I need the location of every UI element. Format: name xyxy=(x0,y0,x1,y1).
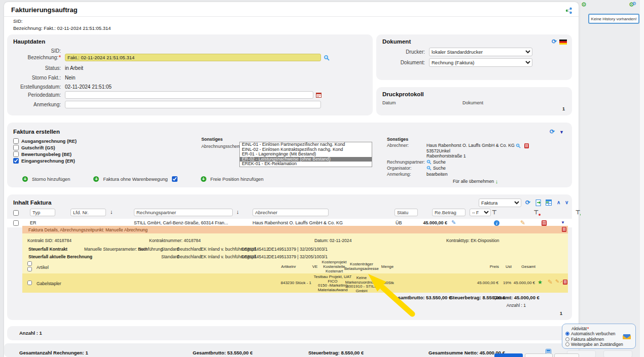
checkbox-ausgangsrechnung[interactable] xyxy=(13,138,19,144)
plus-icon[interactable]: + xyxy=(201,176,206,182)
delete-icon[interactable] xyxy=(562,227,566,232)
checkbox-gutschrift[interactable] xyxy=(13,145,19,150)
primary-action-button[interactable] xyxy=(494,353,523,357)
freie-position-action[interactable]: Freie Position hinzufügen xyxy=(210,177,264,182)
artikel-select-checkbox[interactable] xyxy=(27,267,32,271)
abrechnungsschema-listbox[interactable]: EINL-01 - Einlösen Partnerspezifischer n… xyxy=(239,142,372,167)
periodedatum-input[interactable] xyxy=(65,91,313,99)
col-artikel: Artikel xyxy=(37,265,49,270)
arrow-down-icon[interactable]: ↓ xyxy=(495,179,498,184)
filter-lfd-input[interactable] xyxy=(70,209,106,216)
share-icon[interactable] xyxy=(565,7,573,15)
refresh-icon[interactable]: ⟳ xyxy=(552,38,557,45)
filter-typ-input[interactable] xyxy=(30,209,55,216)
inhalt-page[interactable]: 1 xyxy=(560,311,562,316)
refresh-icon[interactable]: ⟳ xyxy=(550,129,555,135)
edit-amount-icon[interactable]: ✎ xyxy=(451,220,456,225)
dokument-select[interactable]: Rechnung (Faktura) xyxy=(429,58,532,67)
search-icon[interactable] xyxy=(324,55,330,61)
refresh-icon[interactable]: ⟳ xyxy=(525,200,530,206)
druckprotokoll-title: Druckprotokoll xyxy=(382,91,424,97)
chevron-down-icon[interactable]: ▼ xyxy=(559,130,564,135)
filter-icon[interactable]: ⊤ xyxy=(492,209,497,215)
secondary-action-button[interactable] xyxy=(525,353,553,357)
calendar-icon[interactable] xyxy=(316,92,321,98)
filter-abrechner-input[interactable] xyxy=(253,209,329,216)
radio-automatisch-verbuchen[interactable] xyxy=(565,332,569,336)
row-checkbox[interactable] xyxy=(13,220,19,226)
druckprotokoll-page[interactable]: 1 xyxy=(562,106,565,111)
table-icon[interactable] xyxy=(546,200,552,206)
detail-anzahl: Anzahl : 1 xyxy=(479,303,526,308)
steuer-standard: Standard xyxy=(161,247,179,252)
filter-add-icon[interactable]: ⊤ xyxy=(576,209,581,215)
steuer-ustid2: DE149513379 | 32/205/1003/1 xyxy=(268,247,328,252)
abrechnungsschema-label: Abrechnungsschema: xyxy=(201,144,244,149)
footer-steuer: Steuerbetrag: 8.550,00 € xyxy=(308,350,364,355)
delete-icon[interactable] xyxy=(542,220,547,226)
faktura-ohne-warenbewegung-action[interactable]: Faktura ohne Warenbewegung xyxy=(103,177,167,182)
ohne-warenbewegung-checkbox[interactable] xyxy=(172,176,177,182)
export-icon[interactable] xyxy=(535,200,542,206)
checkbox-eingangsrechnung[interactable] xyxy=(13,158,19,164)
anmerkung-bearbeiten-link[interactable]: bearbeiten xyxy=(426,172,448,177)
sort-icon[interactable]: ↓ xyxy=(236,209,239,215)
gear-icon[interactable]: ⚙ xyxy=(581,1,587,8)
storno-label: Storno Fakt.: xyxy=(7,75,61,81)
search-icon[interactable] xyxy=(516,143,521,148)
periodedatum-label: Periodedatum: xyxy=(7,92,61,98)
steuer-land: Deutschland xyxy=(177,254,201,259)
expand-row-icon[interactable]: ▼ xyxy=(561,221,565,225)
filter-rechnungspartner-input[interactable] xyxy=(134,209,233,216)
filter-f-select[interactable]: -- F xyxy=(470,209,491,216)
steuer-ustid1: DE811145412 xyxy=(241,247,269,252)
filter-betrag-input[interactable] xyxy=(432,209,466,216)
sort-icon[interactable]: ↓ xyxy=(110,209,113,215)
steuer-land: Deutschland xyxy=(177,247,201,252)
german-flag-icon[interactable] xyxy=(559,39,567,46)
info-icon[interactable]: i xyxy=(494,220,499,226)
steuerfall-berechnung-label: Steuerfall aktuelle Berechnung xyxy=(28,254,92,259)
radio-faktura-ablehnen[interactable] xyxy=(565,337,569,341)
abrechner-label: Abrechner: xyxy=(387,143,426,158)
plus-icon[interactable]: + xyxy=(22,176,28,182)
fuer-alle-uebernehmen[interactable]: Für alle übernehmen ↓ xyxy=(453,179,569,184)
star-icon[interactable]: ★ xyxy=(538,280,543,285)
faktura-view-select[interactable]: Faktura xyxy=(479,199,521,207)
edit-arrow-icon[interactable]: ✎↗ xyxy=(555,279,562,284)
delete-icon[interactable] xyxy=(524,143,529,148)
rechnungspartner-suche-link[interactable]: Suche xyxy=(433,160,446,165)
plus-icon[interactable]: + xyxy=(93,176,99,182)
drucker-select[interactable]: lokaler Standarddrucker xyxy=(429,48,532,56)
bezeichnung-input[interactable] xyxy=(65,54,321,61)
col-preis: Preis xyxy=(469,265,499,269)
checkbox-label: Ausgangsrechnung (RE) xyxy=(21,139,77,144)
search-icon[interactable] xyxy=(426,160,432,165)
secondary-action-button[interactable] xyxy=(554,353,579,357)
sidebar-button[interactable] xyxy=(603,350,632,357)
item-checkbox[interactable] xyxy=(27,281,32,285)
filter-status-input[interactable] xyxy=(395,209,418,216)
inhalt-faktura-title: Inhalt Faktura xyxy=(13,200,51,206)
col-gesamt: Gesamt xyxy=(505,265,535,269)
filter-remove-icon[interactable]: ⊤ xyxy=(533,209,539,215)
schema-option[interactable]: EREK-01 - EK-Reklamation xyxy=(240,162,372,167)
radio-weitergabe[interactable] xyxy=(565,342,569,346)
select-all-checkbox[interactable] xyxy=(13,210,19,216)
organisator-suche-link[interactable]: Suche xyxy=(433,166,446,171)
delete-icon[interactable] xyxy=(563,280,567,285)
gears-icon[interactable]: ⚙⚙ xyxy=(629,1,636,8)
erstellungsdatum-value: 02-11-2024 21:51:05 xyxy=(65,84,112,90)
edit-icon[interactable]: ✎ xyxy=(548,279,553,285)
chevron-up-icon[interactable]: ∧ xyxy=(557,200,560,205)
sidebar-scroll-track[interactable] xyxy=(640,0,644,357)
search-icon[interactable] xyxy=(426,166,432,171)
anzahl-bar-text: Anzahl : 1 xyxy=(19,330,42,336)
chevron-down-icon[interactable]: ∨ xyxy=(565,200,568,205)
checkbox-bewertungsbeleg[interactable] xyxy=(13,151,19,157)
anmerkung-input[interactable] xyxy=(65,101,321,108)
edit-icon[interactable]: ✎ xyxy=(520,220,525,226)
artikel-select-checkbox[interactable] xyxy=(27,261,32,266)
storno-hinzufuegen-action[interactable]: Storno hinzufügen xyxy=(32,177,70,182)
organisator-label: Organisator: xyxy=(387,166,426,171)
